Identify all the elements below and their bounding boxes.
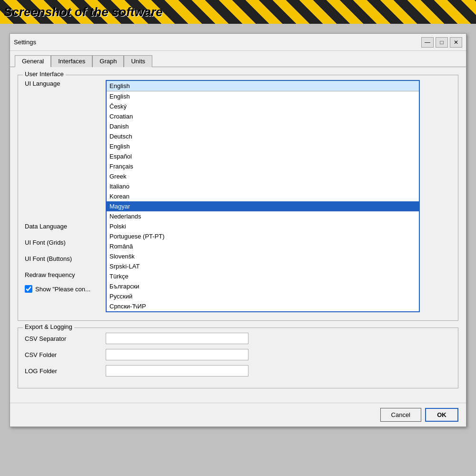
dropdown-item[interactable]: English — [107, 141, 419, 151]
show-please-connect-label[interactable]: Show "Please con... — [25, 285, 90, 293]
dropdown-item[interactable]: Italiano — [107, 181, 419, 191]
dropdown-item[interactable]: Türkçe — [107, 271, 419, 281]
cancel-button[interactable]: Cancel — [380, 408, 421, 422]
export-logging-section: Export & Logging CSV Separator CSV Folde… — [18, 327, 458, 388]
dropdown-item[interactable]: Български — [107, 281, 419, 291]
bottom-bar: Cancel OK — [10, 403, 466, 426]
warning-title: Screenshot of the software — [4, 5, 163, 20]
dropdown-item[interactable]: Slovenšk — [107, 251, 419, 261]
title-bar-buttons: — □ ✕ — [421, 37, 462, 48]
csv-folder-row: CSV Folder — [25, 349, 451, 360]
dropdown-item[interactable]: Polski — [107, 221, 419, 231]
ok-button[interactable]: OK — [425, 408, 458, 422]
ui-language-label: UI Language — [25, 80, 101, 87]
dropdown-item[interactable]: English — [107, 91, 419, 101]
dropdown-item[interactable]: Korean — [107, 191, 419, 201]
csv-separator-input[interactable] — [106, 333, 248, 344]
tabs-container: General Interfaces Graph Units — [10, 51, 466, 67]
tab-units[interactable]: Units — [124, 55, 152, 67]
close-button[interactable]: ✕ — [450, 37, 462, 48]
dropdown-selected-item[interactable]: English — [107, 81, 419, 91]
csv-folder-label: CSV Folder — [25, 351, 101, 358]
settings-window: Settings — □ ✕ General Interfaces Graph … — [10, 33, 466, 427]
window-title: Settings — [14, 39, 36, 46]
dropdown-item[interactable]: Český — [107, 101, 419, 111]
ui-font-buttons-label: UI Font (Buttons) — [25, 255, 101, 262]
dropdown-item[interactable]: Српски-ЋИР — [107, 301, 419, 311]
dropdown-item[interactable]: Greek — [107, 171, 419, 181]
user-interface-section: User Interface UI Language English Engli… — [18, 75, 458, 321]
log-folder-input[interactable] — [106, 365, 248, 377]
dropdown-item[interactable]: Français — [107, 161, 419, 171]
tab-general[interactable]: General — [15, 55, 51, 67]
tab-interfaces[interactable]: Interfaces — [51, 55, 92, 67]
dropdown-list-container: English EnglishČeskýCroatianDanishDeutsc… — [106, 80, 420, 312]
dropdown-item[interactable]: Русский — [107, 291, 419, 301]
dropdown-item[interactable]: Română — [107, 241, 419, 251]
title-bar: Settings — □ ✕ — [10, 34, 466, 51]
tab-graph[interactable]: Graph — [92, 55, 124, 67]
window-content: User Interface UI Language English Engli… — [10, 67, 466, 403]
dropdown-item[interactable]: Croatian — [107, 111, 419, 121]
export-logging-section-label: Export & Logging — [23, 323, 74, 330]
csv-separator-row: CSV Separator — [25, 333, 451, 344]
csv-folder-input[interactable] — [106, 349, 248, 360]
data-language-label: Data Language — [25, 223, 101, 230]
main-content: Settings — □ ✕ General Interfaces Graph … — [0, 24, 476, 476]
warning-header: Screenshot of the software — [0, 0, 476, 24]
show-please-connect-checkbox[interactable] — [25, 285, 32, 293]
log-folder-row: LOG Folder — [25, 365, 451, 377]
redraw-frequency-label: Redraw frequency — [25, 271, 101, 278]
dropdown-item[interactable]: Portuguese (PT-PT) — [107, 231, 419, 241]
user-interface-section-label: User Interface — [23, 70, 66, 78]
dropdown-list[interactable]: EnglishČeskýCroatianDanishDeutschEnglish… — [107, 91, 419, 311]
dropdown-item[interactable]: Español — [107, 151, 419, 161]
dropdown-item[interactable]: Magyar — [107, 201, 419, 211]
minimize-button[interactable]: — — [421, 37, 434, 48]
ui-language-row: UI Language English EnglishČeskýCroatian… — [25, 80, 451, 87]
csv-separator-label: CSV Separator — [25, 335, 101, 342]
dropdown-item[interactable]: Deutsch — [107, 131, 419, 141]
log-folder-label: LOG Folder — [25, 367, 101, 375]
dropdown-item[interactable]: Srpski-LAT — [107, 261, 419, 271]
dropdown-item[interactable]: Danish — [107, 121, 419, 131]
ui-font-grids-label: UI Font (Grids) — [25, 239, 101, 246]
maximize-button[interactable]: □ — [436, 37, 448, 48]
dropdown-item[interactable]: Nederlands — [107, 211, 419, 221]
